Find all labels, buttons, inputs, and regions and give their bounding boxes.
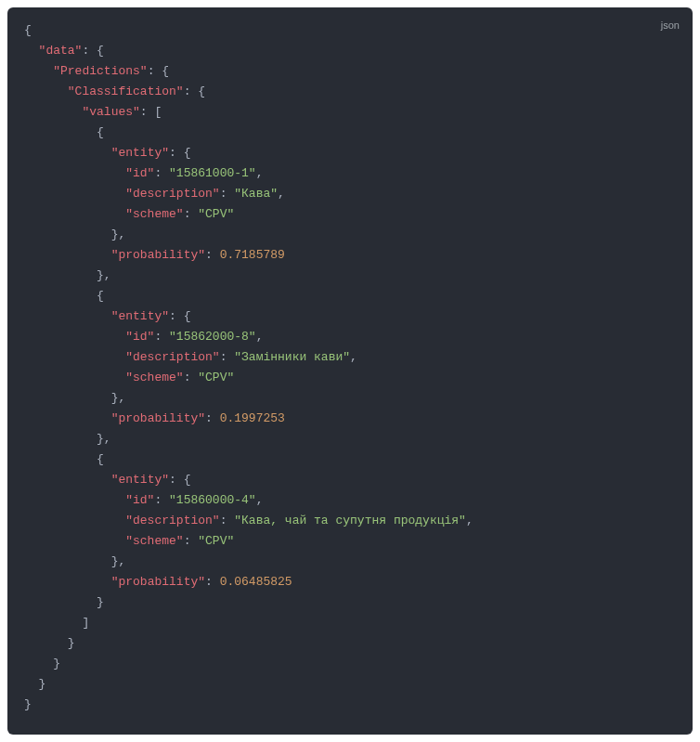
value-scheme: "CPV"	[198, 534, 234, 548]
key-description: "description"	[125, 350, 219, 364]
value-id-2: "15862000-8"	[169, 330, 256, 344]
key-probability: "probability"	[111, 411, 205, 425]
value-desc-3: "Кава, чай та супутня продукція"	[234, 514, 466, 527]
key-scheme: "scheme"	[125, 207, 183, 221]
value-prob-1: 0.7185789	[220, 248, 285, 262]
key-id: "id"	[125, 166, 154, 180]
key-probability: "probability"	[111, 248, 205, 262]
value-desc-2: "Замінники кави"	[234, 350, 350, 364]
value-prob-3: 0.06485825	[220, 575, 292, 589]
value-scheme: "CPV"	[198, 207, 234, 221]
value-id-1: "15861000-1"	[169, 166, 256, 180]
key-description: "description"	[125, 514, 219, 527]
value-id-3: "15860000-4"	[169, 493, 256, 507]
key-entity: "entity"	[111, 473, 169, 487]
key-scheme: "scheme"	[125, 534, 183, 548]
value-prob-2: 0.1997253	[220, 411, 285, 425]
key-id: "id"	[125, 330, 154, 344]
key-values: "values"	[82, 105, 139, 119]
value-scheme: "CPV"	[198, 371, 234, 384]
key-probability: "probability"	[111, 575, 205, 589]
key-entity: "entity"	[111, 146, 169, 160]
language-label: json	[661, 15, 680, 35]
key-description: "description"	[125, 187, 219, 201]
key-id: "id"	[125, 493, 154, 507]
key-entity: "entity"	[111, 309, 169, 323]
key-data: "data"	[39, 44, 83, 58]
key-classification: "Classification"	[68, 85, 184, 98]
key-predictions: "Predictions"	[53, 64, 147, 78]
code-content: { "data": { "Predictions": { "Classifica…	[24, 20, 676, 715]
code-block: json { "data": { "Predictions": { "Class…	[7, 7, 693, 735]
key-scheme: "scheme"	[125, 371, 183, 384]
value-desc-1: "Кава"	[234, 187, 278, 201]
